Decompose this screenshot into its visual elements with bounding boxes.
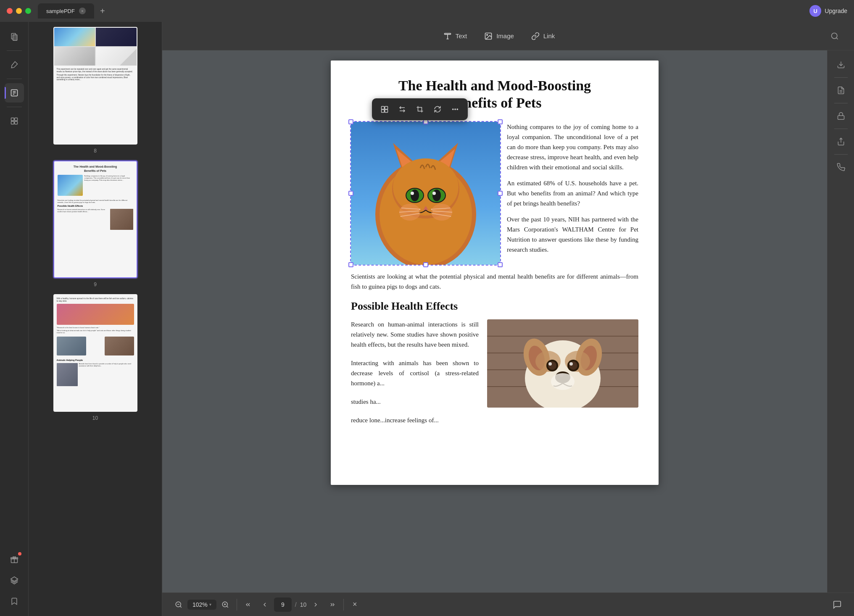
thumb8-images <box>54 28 137 66</box>
svg-marker-2 <box>11 62 17 68</box>
status-divider-1 <box>237 599 237 611</box>
zoom-out-button[interactable] <box>171 597 187 613</box>
thumb9-content: The Health and Mood-BoostingBenefits of … <box>54 161 137 233</box>
search-button[interactable] <box>825 27 844 45</box>
first-page-button[interactable] <box>240 597 256 612</box>
svg-point-55 <box>431 204 452 221</box>
sidebar-divider-3 <box>7 107 22 107</box>
section-para4: reduce lone...increase feelings of... <box>351 415 479 425</box>
email-button[interactable] <box>832 158 850 176</box>
zoom-in-button[interactable] <box>217 597 233 613</box>
prev-page-button[interactable] <box>257 597 272 612</box>
link-tool-button[interactable]: Link <box>522 27 564 45</box>
para3: Over the past 10 years, NIH has partnere… <box>507 214 638 255</box>
thumbnail-page-8[interactable]: This experiment can be repeated over and… <box>35 27 155 154</box>
sidebar-item-pages[interactable] <box>5 27 24 46</box>
image-selection-area: Nothing compares to the joy of coming ho… <box>351 122 638 265</box>
svg-rect-23 <box>385 106 388 109</box>
chat-button[interactable] <box>829 596 846 613</box>
pdfa-button[interactable] <box>832 81 850 100</box>
svg-point-75 <box>569 362 573 366</box>
thumb8-body: This experiment can be repeated over and… <box>54 66 137 144</box>
link-tool-label: Link <box>543 32 555 39</box>
text-column: Nothing compares to the joy of coming ho… <box>507 122 638 265</box>
tab-close-button[interactable]: × <box>79 8 86 14</box>
thumb-frame-10: With a healthy, humane aproach to the li… <box>53 294 137 412</box>
svg-point-43 <box>411 190 419 201</box>
svg-point-20 <box>832 33 837 38</box>
svg-point-26 <box>453 108 453 109</box>
next-page-button[interactable] <box>308 597 323 612</box>
page-number-input[interactable] <box>274 598 292 612</box>
content-row: Nothing compares to the joy of coming ho… <box>351 122 638 265</box>
thumbnail-page-9[interactable]: The Health and Mood-BoostingBenefits of … <box>35 161 155 287</box>
svg-line-85 <box>180 606 181 607</box>
app-body: This experiment can be repeated over and… <box>0 22 854 616</box>
maximize-window-button[interactable] <box>25 8 31 14</box>
share-button[interactable] <box>832 132 850 151</box>
tab-samplepdf[interactable]: samplePDF × <box>38 3 94 18</box>
close-window-button[interactable] <box>7 8 13 14</box>
sidebar-item-organize[interactable] <box>5 111 24 131</box>
cat-image[interactable] <box>351 122 500 265</box>
resize-handle-bl[interactable] <box>348 262 353 267</box>
last-page-button[interactable] <box>325 597 340 612</box>
thumb-frame-9: The Health and Mood-BoostingBenefits of … <box>53 161 137 278</box>
thumb10-img-1 <box>57 304 134 325</box>
ft-crop-button[interactable] <box>412 102 427 117</box>
thumb10-content: With a healthy, humane aproach to the li… <box>54 295 137 389</box>
minimize-window-button[interactable] <box>16 8 22 14</box>
resize-handle-mr[interactable] <box>498 191 503 196</box>
lock-button[interactable] <box>832 107 850 125</box>
svg-point-74 <box>548 362 552 366</box>
image-tool-button[interactable]: Image <box>475 27 522 45</box>
page-9-number: 9 <box>94 282 97 287</box>
svg-line-88 <box>227 606 228 607</box>
ft-replace-button[interactable] <box>377 102 392 117</box>
rt-divider-2 <box>834 103 848 103</box>
sidebar-item-annotate[interactable] <box>5 83 24 103</box>
resize-handle-br[interactable] <box>498 262 503 267</box>
resize-handle-tl[interactable] <box>348 119 353 124</box>
bottom-row: Research on human-animal interactions is… <box>351 319 638 434</box>
thumbnail-page-10[interactable]: With a healthy, humane aproach to the li… <box>35 294 155 421</box>
left-sidebar <box>0 22 29 616</box>
rt-divider-3 <box>834 129 848 129</box>
zoom-percentage: 102% <box>192 601 208 608</box>
float-toolbar <box>372 98 468 120</box>
para1: Nothing compares to the joy of coming ho… <box>507 122 638 172</box>
image-wrapper <box>351 122 500 265</box>
resize-handle-bm[interactable] <box>423 262 428 267</box>
page-separator: / <box>293 601 298 608</box>
resize-handle-tr[interactable] <box>498 119 503 124</box>
resize-handle-ml[interactable] <box>348 191 353 196</box>
sidebar-item-edit[interactable] <box>5 55 24 74</box>
svg-point-54 <box>399 204 420 221</box>
total-pages: 10 <box>300 601 307 608</box>
traffic-lights <box>7 8 31 14</box>
sidebar-divider-1 <box>7 50 22 51</box>
thumb8-img-1 <box>54 28 95 46</box>
page-controls: / 10 <box>240 597 340 612</box>
main-content: Text Image <box>162 22 854 616</box>
sidebar-item-layers[interactable] <box>5 571 24 590</box>
svg-point-78 <box>551 373 575 390</box>
import-button[interactable] <box>832 55 850 74</box>
text-tool-button[interactable]: Text <box>435 27 476 45</box>
ft-more-button[interactable] <box>448 102 463 117</box>
thumb10-img-2 <box>57 337 86 355</box>
zoom-controls: 102% ▾ <box>171 597 233 613</box>
ft-rotate-button[interactable] <box>430 102 445 117</box>
sidebar-item-gift[interactable] <box>5 550 24 569</box>
svg-line-21 <box>836 37 838 39</box>
sidebar-item-bookmark[interactable] <box>5 592 24 611</box>
thumb10-img-3 <box>105 337 134 355</box>
svg-rect-8 <box>14 118 17 121</box>
thumb8-img-4 <box>96 47 137 66</box>
upgrade-label[interactable]: Upgrade <box>825 8 847 14</box>
zoom-value-display[interactable]: 102% ▾ <box>187 600 216 610</box>
new-tab-button[interactable]: + <box>97 5 108 17</box>
svg-rect-13 <box>11 558 18 559</box>
ft-flip-button[interactable] <box>395 102 410 117</box>
close-page-button[interactable]: × <box>347 597 362 612</box>
